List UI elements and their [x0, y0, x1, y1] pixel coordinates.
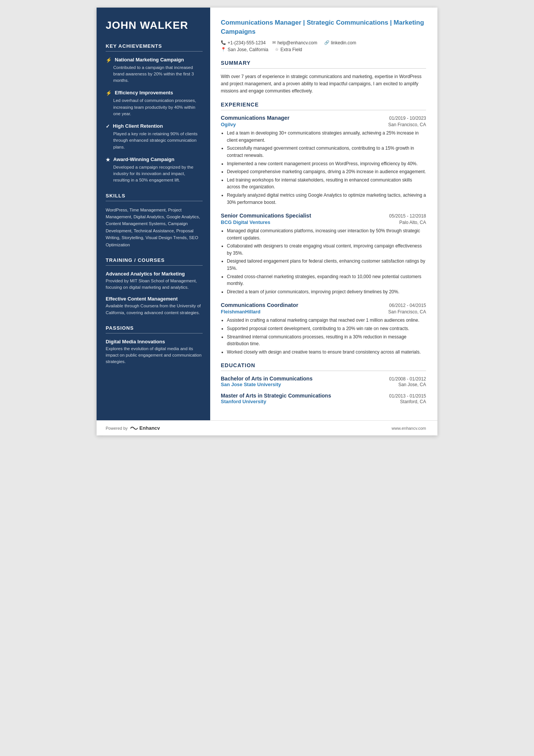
- contact-extra: ☆ Extra Field: [275, 47, 302, 52]
- summary-divider: [221, 68, 426, 69]
- edu-school-2: Stanford University: [221, 399, 266, 404]
- resume-body: JOHN WALKER KEY ACHIEVEMENTS ⚡ National …: [97, 8, 437, 420]
- achievement-item-3: ✓ High Client Retention Played a key rol…: [106, 123, 203, 150]
- edu-header-1: Bachelor of Arts in Communications 01/20…: [221, 376, 426, 382]
- edu-degree-2: Master of Arts in Strategic Communicatio…: [221, 393, 331, 399]
- training-title-1: Advanced Analytics for Marketing: [106, 271, 203, 277]
- edu-header-2: Master of Arts in Strategic Communicatio…: [221, 393, 426, 399]
- contact-linkedin: 🔗 linkedin.com: [324, 40, 356, 45]
- exp-company-3: FleishmanHillard: [221, 309, 261, 315]
- enhancv-logo: Enhancv: [130, 425, 160, 431]
- passions-divider: [106, 333, 203, 333]
- edu-dates-1: 01/2008 - 01/2012: [389, 376, 426, 382]
- main-header: Communications Manager | Strategic Commu…: [221, 18, 426, 52]
- footer-left: Powered by Enhancv: [106, 425, 160, 431]
- edu-subheader-1: San Jose State University San Jose, CA: [221, 382, 426, 387]
- exp-item-1: Communications Manager 01/2019 - 10/2023…: [221, 115, 426, 206]
- exp-subheader-2: BCG Digital Ventures Palo Alto, CA: [221, 219, 426, 225]
- bullet-1-5: Led training workshops for internal stak…: [227, 177, 426, 191]
- bullet-2-1: Managed digital communications platforms…: [227, 227, 426, 241]
- contact-phone: 📞 +1-(234)-555-1234: [221, 40, 265, 45]
- training-title: TRAINING / COURSES: [106, 257, 203, 263]
- training-desc-1: Provided by MIT Sloan School of Manageme…: [106, 278, 203, 291]
- exp-dates-3: 06/2012 - 04/2015: [389, 303, 426, 308]
- exp-bullets-2: Managed digital communications platforms…: [221, 227, 426, 295]
- bullet-1-6: Regularly analyzed digital metrics using…: [227, 192, 426, 206]
- training-divider: [106, 265, 203, 266]
- achievement-desc-4: Developed a campaign recognized by the i…: [106, 164, 203, 184]
- edu-location-1: San Jose, CA: [398, 382, 426, 387]
- bullet-3-2: Supported proposal content development, …: [227, 325, 426, 332]
- passion-desc-1: Explores the evolution of digital media …: [106, 346, 203, 365]
- edu-degree-1: Bachelor of Arts in Communications: [221, 376, 312, 382]
- edu-item-2: Master of Arts in Strategic Communicatio…: [221, 393, 426, 404]
- star-icon: ★: [106, 157, 110, 163]
- sidebar: JOHN WALKER KEY ACHIEVEMENTS ⚡ National …: [97, 8, 210, 420]
- skills-title: SKILLS: [106, 193, 203, 199]
- edu-school-1: San Jose State University: [221, 382, 281, 387]
- achievement-item-4: ★ Award-Winning Campaign Developed a cam…: [106, 157, 203, 184]
- training-item-1: Advanced Analytics for Marketing Provide…: [106, 271, 203, 291]
- edu-subheader-2: Stanford University Stanford, CA: [221, 399, 426, 404]
- achievement-title-3: ✓ High Client Retention: [106, 123, 203, 129]
- exp-location-1: San Francisco, CA: [388, 122, 426, 127]
- linkedin-icon: 🔗: [324, 40, 329, 45]
- contact-email: ✉ help@enhancv.com: [272, 40, 317, 45]
- skills-text: WordPress, Time Management, Project Mana…: [106, 207, 203, 248]
- bullet-2-2: Collaborated with designers to create en…: [227, 243, 426, 257]
- location-icon: 📍: [221, 47, 226, 52]
- bullet-3-1: Assisted in crafting a national marketin…: [227, 317, 426, 324]
- flag-icon-2: ⚡: [106, 90, 112, 96]
- check-icon: ✓: [106, 124, 110, 129]
- key-achievements-title: KEY ACHIEVEMENTS: [106, 43, 203, 49]
- experience-divider: [221, 110, 426, 110]
- training-item-2: Effective Content Management Available t…: [106, 296, 203, 316]
- exp-header-1: Communications Manager 01/2019 - 10/2023: [221, 115, 426, 121]
- candidate-name: JOHN WALKER: [106, 19, 203, 32]
- achievement-desc-3: Played a key role in retaining 90% of cl…: [106, 131, 203, 150]
- exp-role-1: Communications Manager: [221, 115, 289, 121]
- achievement-title-1: ⚡ National Marketing Campaign: [106, 57, 203, 63]
- bullet-2-4: Created cross-channel marketing strategi…: [227, 273, 426, 287]
- experience-title: EXPERIENCE: [221, 102, 426, 108]
- bullet-1-3: Implemented a new content management pro…: [227, 160, 426, 167]
- achievement-desc-1: Contributed to a campaign that increased…: [106, 64, 203, 84]
- footer: Powered by Enhancv www.enhancv.com: [97, 420, 437, 435]
- exp-bullets-3: Assisted in crafting a national marketin…: [221, 317, 426, 355]
- exp-item-2: Senior Communications Specialist 05/2015…: [221, 213, 426, 295]
- exp-role-3: Communications Coordinator: [221, 302, 298, 308]
- exp-location-3: San Francisco, CA: [388, 309, 426, 315]
- phone-icon: 📞: [221, 40, 226, 45]
- exp-location-2: Palo Alto, CA: [399, 220, 426, 225]
- training-desc-2: Available through Coursera from the Univ…: [106, 303, 203, 316]
- bullet-1-2: Successfully managed government contract…: [227, 145, 426, 159]
- edu-location-2: Stanford, CA: [400, 399, 426, 404]
- exp-company-2: BCG Digital Ventures: [221, 219, 270, 225]
- passion-title-1: Digital Media Innovations: [106, 339, 203, 344]
- passions-title: PASSIONS: [106, 325, 203, 331]
- summary-text: With over 7 years of experience in strat…: [221, 73, 426, 95]
- achievement-item-2: ⚡ Efficiency Improvements Led overhaul o…: [106, 90, 203, 117]
- main-title: Communications Manager | Strategic Commu…: [221, 18, 426, 36]
- contact-location: 📍 San Jose, California: [221, 47, 268, 52]
- edu-dates-2: 01/2013 - 01/2015: [389, 393, 426, 399]
- main-content: Communications Manager | Strategic Commu…: [210, 8, 437, 420]
- exp-subheader-1: Ogilvy San Francisco, CA: [221, 122, 426, 127]
- edu-item-1: Bachelor of Arts in Communications 01/20…: [221, 376, 426, 387]
- exp-item-3: Communications Coordinator 06/2012 - 04/…: [221, 302, 426, 355]
- exp-subheader-3: FleishmanHillard San Francisco, CA: [221, 309, 426, 315]
- education-title: EDUCATION: [221, 362, 426, 368]
- exp-bullets-1: Led a team in developing 30+ communicati…: [221, 130, 426, 206]
- exp-role-2: Senior Communications Specialist: [221, 213, 311, 219]
- bullet-2-3: Designed tailored engagement plans for f…: [227, 258, 426, 272]
- contact-row-1: 📞 +1-(234)-555-1234 ✉ help@enhancv.com 🔗…: [221, 40, 426, 45]
- achievement-title-2: ⚡ Efficiency Improvements: [106, 90, 203, 96]
- bullet-3-3: Streamlined internal communications proc…: [227, 333, 426, 347]
- key-achievements-divider: [106, 51, 203, 52]
- bullet-1-4: Developed comprehensive marketing campai…: [227, 168, 426, 175]
- bullet-1-1: Led a team in developing 30+ communicati…: [227, 130, 426, 144]
- bullet-2-5: Directed a team of junior communicators,…: [227, 288, 426, 296]
- flag-icon-1: ⚡: [106, 57, 112, 63]
- exp-header-2: Senior Communications Specialist 05/2015…: [221, 213, 426, 219]
- email-icon: ✉: [272, 40, 276, 45]
